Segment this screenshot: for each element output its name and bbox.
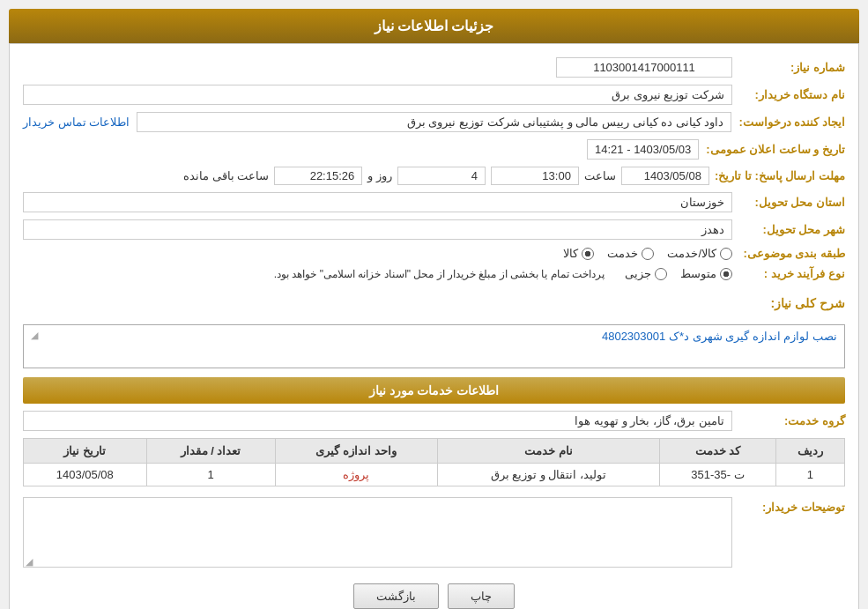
category-option-label: کالا/خدمت <box>667 247 716 260</box>
purchase-label: نوع فرآیند خرید : <box>739 267 845 280</box>
col-header-name: نام خدمت <box>437 439 659 464</box>
creator-value: داود کیانی ده کیانی رییس مالی و پشتیبانی… <box>137 112 731 132</box>
col-header-row: ردیف <box>775 439 844 464</box>
cell-quantity: 1 <box>146 464 275 486</box>
service-group-label: گروه خدمت: <box>739 414 845 427</box>
radio-icon <box>642 248 654 260</box>
services-section-title: اطلاعات خدمات مورد نیاز <box>23 377 845 404</box>
services-table: ردیف کد خدمت نام خدمت واحد اندازه گیری ت… <box>23 438 845 486</box>
deadline-label: مهلت ارسال پاسخ: تا تاریخ: <box>715 169 845 182</box>
back-button[interactable]: بازگشت <box>353 583 439 609</box>
city-value: دهدز <box>23 219 732 240</box>
purchase-option-label: جزیی <box>625 267 651 280</box>
department-value: شرکت توزیع نیروی برق <box>23 85 732 105</box>
purchase-option-motevaset[interactable]: متوسط <box>680 267 732 280</box>
category-option-kala[interactable]: کالا <box>563 247 594 260</box>
deadline-days-label: روز و <box>367 169 392 182</box>
deadline-time-label: ساعت <box>584 169 616 182</box>
col-header-unit: واحد اندازه گیری <box>275 439 437 464</box>
radio-icon <box>655 268 667 280</box>
category-option-khedmat[interactable]: خدمت <box>607 247 654 260</box>
need-number-label: شماره نیاز: <box>739 61 845 74</box>
department-label: نام دستگاه خریدار: <box>739 88 845 101</box>
cell-unit: پروژه <box>275 464 437 486</box>
category-label: طبقه بندی موضوعی: <box>739 247 845 260</box>
deadline-time: 13:00 <box>491 167 579 185</box>
cell-date: 1403/05/08 <box>24 464 147 486</box>
city-label: شهر محل تحویل: <box>739 223 845 236</box>
deadline-date: 1403/05/08 <box>621 167 709 185</box>
col-header-quantity: تعداد / مقدار <box>146 439 275 464</box>
radio-icon <box>582 248 594 260</box>
radio-icon <box>720 248 732 260</box>
need-description-value: نصب لوازم اندازه گیری شهری د*ک 480230300… <box>602 330 837 343</box>
button-row: چاپ بازگشت <box>23 583 845 609</box>
category-option-label: کالا <box>563 247 578 260</box>
col-header-date: تاریخ نیاز <box>24 439 147 464</box>
creator-contact-link[interactable]: اطلاعات تماس خریدار <box>23 115 130 129</box>
need-description-box: نصب لوازم اندازه گیری شهری د*ک 480230300… <box>23 324 845 368</box>
announce-label: تاریخ و ساعت اعلان عمومی: <box>706 143 845 156</box>
purchase-radio-group: متوسط جزیی <box>625 267 732 280</box>
category-option-label: خدمت <box>607 247 638 260</box>
buyer-notes-textarea[interactable] <box>23 497 732 568</box>
deadline-days: 4 <box>397 167 486 185</box>
buyer-notes-label: توضیحات خریدار: <box>739 497 845 514</box>
cell-row: 1 <box>775 464 844 486</box>
need-description-label: شرح کلی نیاز: <box>771 296 845 310</box>
category-option-kala-khedmat[interactable]: کالا/خدمت <box>667 247 732 260</box>
need-number-value: 1103001417000111 <box>556 57 732 78</box>
purchase-option-jozi[interactable]: جزیی <box>625 267 667 280</box>
deadline-remaining: 22:15:26 <box>274 167 362 185</box>
radio-icon <box>720 268 732 280</box>
service-group-value: تامین برق، گاز، بخار و تهویه هوا <box>23 411 732 431</box>
cell-name: تولید، انتقال و توزیع برق <box>437 464 659 486</box>
purchase-note: پرداخت تمام یا بخشی از مبلغ خریدار از مح… <box>274 268 605 280</box>
category-radio-group: کالا/خدمت خدمت کالا <box>563 247 732 260</box>
creator-label: ایجاد کننده درخواست: <box>738 115 845 129</box>
table-row: 1 ت -35-351 تولید، انتقال و توزیع برق پر… <box>24 464 845 486</box>
purchase-option-label: متوسط <box>680 267 716 280</box>
deadline-remaining-label: ساعت باقی مانده <box>183 169 269 182</box>
col-header-code: کد خدمت <box>660 439 776 464</box>
announce-value: 1403/05/03 - 14:21 <box>587 139 699 160</box>
page-header: جزئیات اطلاعات نیاز <box>9 9 859 43</box>
province-label: استان محل تحویل: <box>739 196 845 209</box>
cell-code: ت -35-351 <box>660 464 776 486</box>
print-button[interactable]: چاپ <box>448 583 515 609</box>
province-value: خوزستان <box>23 192 732 212</box>
